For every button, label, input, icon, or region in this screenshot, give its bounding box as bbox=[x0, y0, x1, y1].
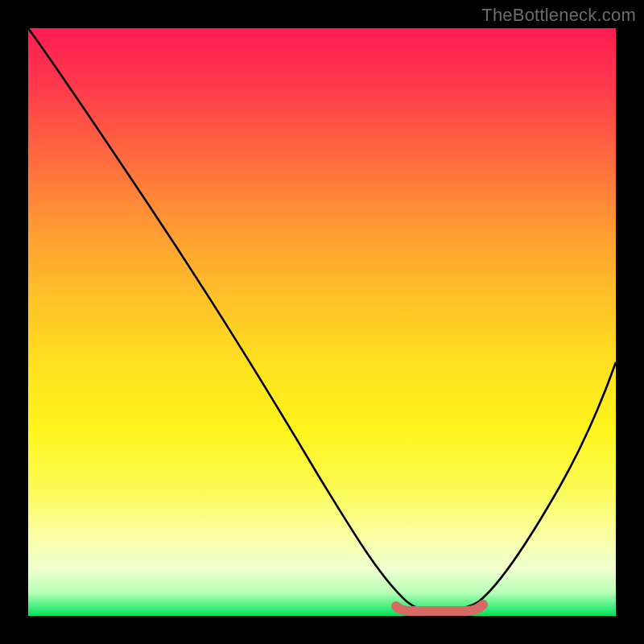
curve-layer bbox=[28, 28, 616, 616]
chart-frame: TheBottleneck.com bbox=[0, 0, 644, 644]
bottleneck-curve bbox=[28, 28, 616, 611]
plot-area bbox=[28, 28, 616, 616]
watermark-text: TheBottleneck.com bbox=[481, 5, 636, 26]
